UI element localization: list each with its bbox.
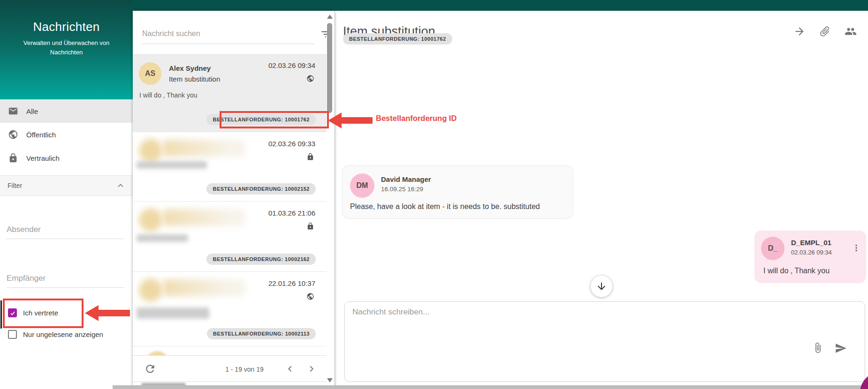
annotation-arrow-shaft: [341, 117, 373, 124]
annotation-box-checkbox: [3, 299, 84, 328]
order-requisition-badge: BESTELLANFORDERUNG: 10001762: [343, 33, 452, 45]
conversation-actions: [793, 25, 856, 37]
preview-blurred: [137, 234, 188, 242]
mail-icon: [8, 106, 18, 116]
message-date: 01.03.26 21:06: [268, 209, 315, 217]
annotation-label: Bestellanforderung ID: [376, 113, 458, 123]
more-options-icon[interactable]: [852, 242, 861, 254]
sidebar: Nachrichten Verwalten und Überwachen von…: [0, 0, 133, 389]
lock-icon: [306, 222, 314, 230]
message-time: 02.03.26 09:34: [791, 249, 832, 256]
sidebar-item-label: Vertraulich: [26, 154, 60, 162]
message-date: 02.03.26 09:33: [268, 140, 315, 148]
sidebar-item-label: Öffentlich: [26, 131, 56, 139]
checkbox-unchecked-icon[interactable]: [8, 330, 17, 339]
globe-icon: [306, 292, 314, 300]
annotation-arrow-shaft: [98, 310, 130, 316]
chevron-left-icon[interactable]: [285, 364, 295, 374]
page-subtitle: Verwalten und Überwachen von Nachrichten: [11, 38, 122, 57]
list-item-blurred[interactable]: 01.03.26 21:06 BESTELLANFORDERUNG: 10002…: [133, 202, 327, 272]
participants-icon[interactable]: [844, 25, 856, 37]
forward-arrow-icon[interactable]: [793, 25, 806, 37]
recipient-input[interactable]: [7, 272, 124, 288]
annotation-box-badge: [220, 111, 329, 128]
list-scrollbar[interactable]: [327, 11, 334, 387]
recipient-filter-field: [7, 272, 124, 288]
message-date: 22.01.26 10:37: [268, 279, 315, 287]
globe-icon: [306, 75, 314, 82]
sidebar-item-vertraulich[interactable]: Vertraulich: [0, 146, 133, 170]
avatar: D_: [761, 237, 784, 260]
message-text: Please, have a look at item - it is need…: [350, 202, 540, 211]
bottom-bar: [113, 385, 868, 389]
page-title: Nachrichten: [0, 0, 133, 34]
message-time: 16.09.25 16:29: [381, 186, 423, 193]
list-item-blurred[interactable]: 22.01.26 10:37 BESTELLANFORDERUNG: 10002…: [133, 272, 327, 346]
message-sender: Alex Sydney: [169, 64, 211, 72]
chevron-up-icon: [116, 181, 125, 190]
message-author: D_EMPL_01: [791, 239, 831, 247]
attachment-icon[interactable]: [819, 25, 831, 37]
send-icon[interactable]: [835, 342, 847, 354]
message-text: I will do , Thank you: [763, 267, 830, 275]
message-author: David Manager: [381, 175, 431, 183]
sender-blurred: [163, 209, 245, 226]
message-list-panel: AS Alex Sydney Item substitution 02.03.2…: [133, 11, 335, 387]
pagination-bar: 1 - 19 von 19: [133, 355, 327, 382]
pagination-range: 1 - 19 von 19: [216, 366, 273, 373]
sender-input[interactable]: [7, 223, 124, 239]
message-list: AS Alex Sydney Item substitution 02.03.2…: [133, 54, 327, 357]
message-preview: I will do , Thank you: [139, 91, 197, 99]
sender-blurred: [163, 140, 245, 157]
lock-icon: [8, 153, 18, 163]
annotation-black-line: [0, 300, 2, 329]
order-requisition-badge: BESTELLANFORDERUNG: 10002152: [206, 183, 316, 194]
sidebar-item-oeffentlich[interactable]: Öffentlich: [0, 123, 133, 146]
avatar-blurred: [139, 278, 162, 302]
message-subject: Item substitution: [169, 75, 220, 83]
filter-label: Filter: [8, 182, 22, 189]
lock-icon: [306, 153, 314, 161]
sender-blurred: [163, 279, 245, 296]
search-input[interactable]: [142, 30, 315, 44]
attachment-icon[interactable]: [812, 342, 823, 353]
order-requisition-badge: BESTELLANFORDERUNG: 10002113: [207, 328, 316, 339]
scroll-to-bottom-button[interactable]: [591, 276, 612, 297]
annotation-arrow-head: [328, 112, 342, 128]
scrollbar-up-icon[interactable]: [327, 15, 333, 19]
message-date: 02.03.26 09:34: [268, 61, 315, 69]
refresh-icon[interactable]: [144, 363, 156, 375]
scrollbar-thumb[interactable]: [327, 23, 332, 113]
checkbox-label: Nur ungelesene anzeigen: [23, 330, 103, 338]
chat-message-incoming: DM David Manager 16.09.25 16:29 Please, …: [342, 165, 573, 219]
chevron-right-icon[interactable]: [306, 364, 317, 374]
list-item-blurred[interactable]: 02.03.26 09:33 BESTELLANFORDERUNG: 10002…: [133, 132, 327, 202]
sidebar-item-alle[interactable]: Alle: [0, 99, 133, 123]
checkbox-nur-ungelesene[interactable]: Nur ungelesene anzeigen: [8, 330, 103, 339]
avatar: AS: [139, 62, 161, 85]
chat-message-outgoing: D_ D_EMPL_01 02.03.26 09:34 I will do , …: [754, 231, 866, 283]
preview-blurred: [137, 307, 209, 319]
composer-placeholder: Nachricht schreiben...: [352, 307, 429, 317]
avatar: DM: [350, 173, 374, 198]
sidebar-item-label: Alle: [26, 107, 38, 115]
sender-filter-field: [7, 223, 124, 239]
sidebar-header: Nachrichten Verwalten und Überwachen von…: [0, 0, 133, 99]
sidebar-nav: Alle Öffentlich Vertraulich: [0, 99, 133, 170]
conversation-panel: Item substitution BESTELLANFORDERUNG: 10…: [335, 11, 868, 389]
preview-blurred: [137, 161, 207, 169]
avatar-blurred: [139, 208, 162, 232]
scrollbar-down-icon[interactable]: [327, 378, 333, 382]
annotation-arrow-head: [85, 305, 99, 321]
avatar-blurred: [139, 139, 162, 162]
order-requisition-badge: BESTELLANFORDERUNG: 10002162: [206, 254, 316, 265]
globe-icon: [8, 129, 18, 140]
message-composer[interactable]: Nachricht schreiben...: [344, 301, 865, 382]
filter-section-header[interactable]: Filter: [0, 176, 133, 196]
arrow-down-icon: [596, 281, 607, 292]
